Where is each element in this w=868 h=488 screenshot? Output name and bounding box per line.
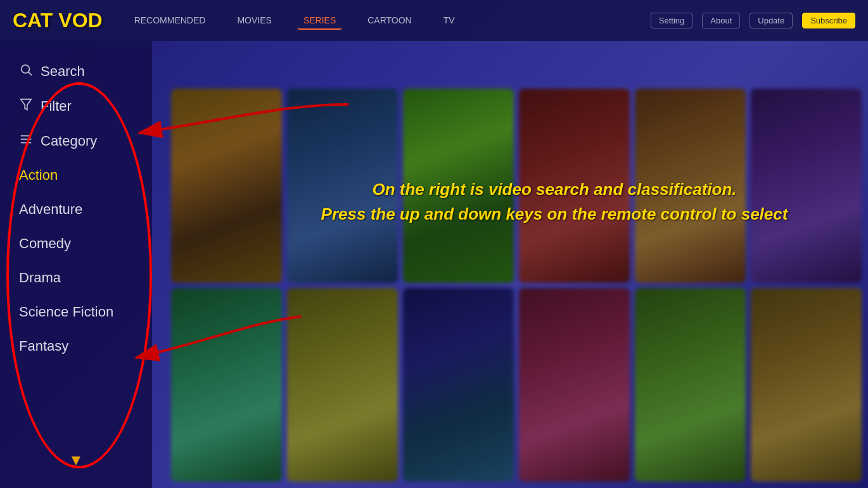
filter-label: Filter xyxy=(41,98,72,115)
movie-thumb-6 xyxy=(751,89,862,283)
nav-tab-recommended[interactable]: RECOMMENDED xyxy=(128,12,212,30)
update-button[interactable]: Update xyxy=(750,13,793,28)
movie-thumb-2 xyxy=(287,89,398,283)
scroll-down-button[interactable]: ▼ xyxy=(0,445,152,475)
movie-thumb-1 xyxy=(171,89,282,283)
movie-thumb-9 xyxy=(403,288,514,482)
category-action[interactable]: Action xyxy=(0,158,152,192)
svg-line-1 xyxy=(29,72,32,75)
movie-thumb-3 xyxy=(403,89,514,283)
header-right: Setting About Update Subscribe xyxy=(651,13,855,28)
category-comedy[interactable]: Comedy xyxy=(0,227,152,261)
category-icon xyxy=(19,132,33,149)
category-fantasy[interactable]: Fantasy xyxy=(0,329,152,363)
subscribe-button[interactable]: Subscribe xyxy=(802,13,855,28)
nav-tabs: RECOMMENDED MOVIES SERIES CARTOON TV xyxy=(128,12,651,30)
category-list: Action Adventure Comedy Drama Science Fi… xyxy=(0,158,152,363)
svg-point-0 xyxy=(22,65,30,73)
about-button[interactable]: About xyxy=(702,13,740,28)
app-logo: CAT VOD xyxy=(13,9,103,32)
movie-thumb-11 xyxy=(635,288,746,482)
category-adventure[interactable]: Adventure xyxy=(0,192,152,227)
search-icon xyxy=(19,63,33,80)
search-button[interactable]: Search xyxy=(0,54,152,89)
movie-thumb-5 xyxy=(635,89,746,283)
movie-thumb-4 xyxy=(519,89,630,283)
movie-thumb-8 xyxy=(287,288,398,482)
category-drama[interactable]: Drama xyxy=(0,261,152,295)
sidebar: Search Filter Category Action Adventure … xyxy=(0,41,152,488)
filter-icon xyxy=(19,97,33,115)
movie-thumb-10 xyxy=(519,288,630,482)
header: CAT VOD RECOMMENDED MOVIES SERIES CARTOO… xyxy=(0,0,868,41)
nav-tab-movies[interactable]: MOVIES xyxy=(231,12,278,30)
category-sci-fi[interactable]: Science Fiction xyxy=(0,295,152,329)
filter-button[interactable]: Filter xyxy=(0,89,152,123)
movie-thumb-7 xyxy=(171,288,282,482)
category-button[interactable]: Category xyxy=(0,123,152,158)
svg-marker-2 xyxy=(21,99,32,110)
movie-thumb-12 xyxy=(751,288,862,482)
nav-tab-cartoon[interactable]: CARTOON xyxy=(361,12,418,30)
movie-grid xyxy=(165,82,868,488)
category-label: Category xyxy=(41,133,97,149)
nav-tab-series[interactable]: SERIES xyxy=(297,12,342,30)
nav-tab-tv[interactable]: TV xyxy=(437,12,461,30)
search-label: Search xyxy=(41,63,85,80)
setting-button[interactable]: Setting xyxy=(651,13,692,28)
